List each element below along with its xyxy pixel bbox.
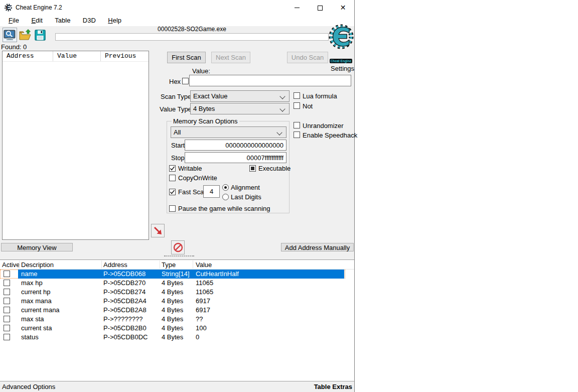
active-checkbox[interactable] — [4, 307, 10, 313]
prohibit-button[interactable] — [171, 240, 185, 254]
column-address[interactable]: Address — [103, 261, 127, 269]
first-scan-button[interactable]: First Scan — [167, 52, 206, 63]
found-column-previous[interactable]: Previous — [101, 51, 149, 61]
column-description[interactable]: Description — [21, 261, 54, 269]
add-address-manually-button[interactable]: Add Address Manually — [281, 243, 354, 251]
address-list[interactable]: Active Description Address Type Value na… — [0, 259, 354, 381]
arrow-down-right-icon — [153, 225, 164, 236]
no-entry-icon — [173, 242, 184, 253]
found-list-header: Address Value Previous — [3, 51, 149, 62]
address-table-body: name P->05CDB068 String[14] CutHeartInHa… — [0, 270, 345, 342]
unrandomizer-label: Unrandomizer — [303, 122, 344, 129]
memory-region-select[interactable]: All — [171, 126, 286, 138]
table-row[interactable]: current mana P->05CDB2A8 4 Bytes 6917 — [0, 306, 345, 315]
copy-on-write-label: CopyOnWrite — [178, 174, 217, 182]
app-icon: Є — [4, 3, 13, 12]
close-button[interactable]: ✕ — [335, 0, 351, 15]
svg-text:Є: Є — [332, 23, 351, 52]
table-row[interactable]: name P->05CDB068 String[14] CutHeartInHa… — [0, 270, 345, 279]
menu-table[interactable]: Table — [50, 15, 75, 26]
lua-formula-checkbox[interactable] — [294, 92, 300, 99]
select-process-button[interactable] — [3, 28, 17, 42]
menu-d3d[interactable]: D3D — [78, 15, 101, 26]
chevron-down-icon — [276, 129, 282, 135]
active-checkbox[interactable] — [4, 271, 10, 277]
open-folder-icon — [19, 29, 32, 41]
executable-label: Executable — [258, 165, 291, 172]
maximize-button[interactable] — [312, 0, 328, 15]
active-checkbox[interactable] — [4, 289, 10, 295]
menu-file[interactable]: File — [4, 15, 24, 26]
executable-checkbox[interactable] — [249, 165, 256, 172]
address-list-header: Active Description Address Type Value — [0, 260, 354, 270]
pause-game-checkbox[interactable] — [169, 205, 176, 212]
row-address: P->05CDB274 — [103, 288, 146, 296]
active-checkbox[interactable] — [4, 298, 10, 304]
not-checkbox[interactable] — [294, 102, 300, 109]
hex-label: Hex — [169, 78, 181, 85]
active-checkbox[interactable] — [4, 316, 10, 322]
hex-checkbox[interactable] — [182, 78, 189, 84]
row-value: 11065 — [196, 279, 213, 287]
writable-checkbox[interactable] — [169, 165, 176, 172]
found-column-address[interactable]: Address — [3, 51, 53, 61]
open-table-button[interactable] — [18, 28, 32, 42]
scan-type-select[interactable]: Exact Value — [190, 90, 290, 102]
row-description: current mana — [21, 306, 60, 314]
enable-speedhack-label: Enable Speedhack — [303, 132, 357, 139]
start-address-input[interactable] — [185, 140, 286, 151]
splitter-handle[interactable] — [164, 255, 194, 256]
row-address: P->???????? — [103, 315, 142, 323]
table-row[interactable]: current hp P->05CDB274 4 Bytes 11065 — [0, 288, 345, 297]
memory-region-value: All — [174, 128, 181, 136]
row-type: 4 Bytes — [162, 288, 183, 296]
enable-speedhack-checkbox[interactable] — [294, 132, 300, 138]
minimize-button[interactable] — [289, 0, 305, 15]
add-selected-addresses-button[interactable] — [151, 224, 165, 237]
stop-address-input[interactable] — [185, 152, 286, 163]
found-list[interactable]: Address Value Previous — [2, 51, 149, 240]
scan-progress-bar — [55, 33, 329, 41]
attached-process-label: 00002528-SO2Game.exe — [55, 26, 329, 33]
table-row[interactable]: current sta P->05CDB2B0 4 Bytes 100 — [0, 324, 345, 333]
settings-button[interactable]: Є Cheat Engine Settings — [327, 22, 355, 72]
last-digits-label: Last Digits — [231, 193, 261, 201]
fast-scan-checkbox[interactable] — [169, 189, 176, 195]
table-row[interactable]: max sta P->???????? 4 Bytes ?? — [0, 315, 345, 324]
save-table-button[interactable] — [33, 28, 47, 42]
row-description: name — [21, 270, 38, 278]
column-type[interactable]: Type — [162, 261, 176, 269]
menu-help[interactable]: Help — [103, 15, 126, 26]
cheat-engine-window: Є Cheat Engine 7.2 ✕ File Edit Table D3D… — [0, 0, 355, 392]
alignment-radio[interactable] — [222, 184, 229, 191]
table-row[interactable]: status P->05CDB0DC 4 Bytes 0 — [0, 333, 345, 342]
row-address: P->05CDB270 — [103, 279, 146, 287]
row-type: 4 Bytes — [162, 324, 183, 332]
row-address: P->05CDB0DC — [103, 333, 148, 341]
value-type-select[interactable]: 4 Bytes — [190, 103, 290, 114]
last-digits-radio[interactable] — [222, 194, 229, 200]
row-type: String[14] — [162, 270, 190, 278]
lua-formula-label: Lua formula — [303, 92, 337, 100]
active-checkbox[interactable] — [4, 334, 10, 340]
table-row[interactable]: max hp P->05CDB270 4 Bytes 11065 — [0, 279, 345, 288]
column-active[interactable]: Active — [2, 261, 20, 269]
table-extras-link[interactable]: Table Extras — [314, 383, 352, 390]
table-row[interactable]: max mana P->05CDB2A4 4 Bytes 6917 — [0, 297, 345, 306]
row-value: 11065 — [196, 288, 213, 296]
title-bar: Є Cheat Engine 7.2 ✕ — [0, 0, 354, 15]
active-checkbox[interactable] — [4, 325, 10, 331]
column-value[interactable]: Value — [196, 261, 212, 269]
copy-on-write-checkbox[interactable] — [169, 175, 176, 181]
advanced-options-link[interactable]: Advanced Options — [2, 383, 55, 390]
value-type-value: 4 Bytes — [193, 105, 215, 112]
unrandomizer-checkbox[interactable] — [294, 122, 300, 128]
found-column-value[interactable]: Value — [53, 51, 101, 61]
logo-badge: Cheat Engine — [330, 59, 353, 63]
pause-game-label: Pause the game while scanning — [178, 205, 270, 212]
memory-view-button[interactable]: Memory View — [1, 243, 73, 251]
scan-value-input[interactable] — [189, 75, 351, 86]
fast-scan-alignment-input[interactable] — [203, 185, 220, 198]
menu-edit[interactable]: Edit — [26, 15, 47, 26]
active-checkbox[interactable] — [4, 280, 10, 286]
